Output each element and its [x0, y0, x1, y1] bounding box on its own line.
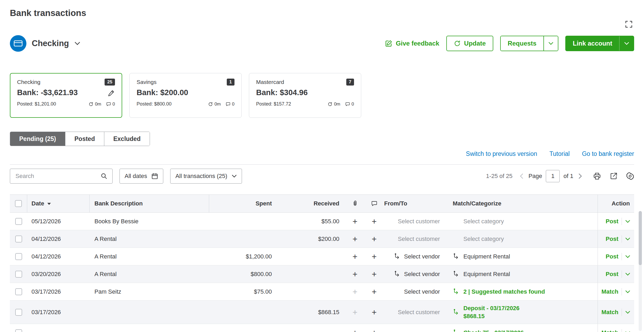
add-attachment-button[interactable]: + — [352, 270, 357, 278]
table-row[interactable]: 05/12/2026 Books By Bessie $55.00 + + Se… — [10, 213, 634, 230]
action-button[interactable]: Match — [601, 309, 618, 316]
attachments-column-header — [346, 195, 364, 212]
action-button[interactable]: Post — [606, 271, 618, 278]
date-filter-dropdown[interactable]: All dates — [120, 169, 163, 184]
link-account-button[interactable]: Link account — [566, 36, 619, 51]
action-button[interactable]: Post — [606, 218, 618, 225]
account-card-savings[interactable]: Savings 1 Bank: $200.00 Posted: $800.00 … — [129, 73, 242, 118]
action-dropdown[interactable] — [625, 237, 630, 241]
add-comment-button[interactable]: + — [372, 308, 377, 317]
bank-balance: Bank: $200.00 — [137, 88, 188, 97]
add-comment-button[interactable]: + — [372, 252, 377, 261]
from-to-cell[interactable]: Select vendor — [384, 248, 445, 265]
action-button[interactable]: Post — [606, 236, 618, 242]
requests-button[interactable]: Requests — [501, 36, 543, 51]
page-number-input[interactable] — [546, 170, 560, 182]
tab-pending[interactable]: Pending (25) — [10, 132, 65, 146]
action-dropdown[interactable] — [625, 331, 630, 332]
row-bank-description — [90, 324, 209, 332]
add-attachment-button[interactable]: + — [352, 235, 357, 243]
add-attachment-button[interactable]: + — [352, 308, 357, 317]
table-row[interactable]: 04/12/2026 A Rental $200.00 + + Select c… — [10, 230, 634, 248]
add-comment-button[interactable]: + — [372, 288, 377, 296]
table-row[interactable]: + + Check 75 - 03/17/2026 Match — [10, 324, 634, 332]
rule-icon — [453, 329, 460, 332]
row-spent — [209, 213, 278, 230]
go-to-bank-register-link[interactable]: Go to bank register — [582, 150, 634, 157]
row-checkbox[interactable] — [15, 309, 22, 316]
row-checkbox[interactable] — [15, 288, 22, 295]
add-comment-button[interactable]: + — [372, 329, 377, 332]
action-dropdown[interactable] — [625, 255, 630, 258]
add-comment-button[interactable]: + — [372, 217, 377, 226]
add-comment-button[interactable]: + — [372, 270, 377, 278]
match-categorize-cell[interactable]: Select category — [445, 213, 598, 230]
account-card-mastercard[interactable]: Mastercard 7 Bank: $304.96 Posted: $157.… — [249, 73, 361, 118]
table-row[interactable]: 03/17/2026 $868.15 + + Select customer D… — [10, 301, 634, 324]
print-icon[interactable] — [593, 172, 601, 180]
account-card-checking[interactable]: Checking 25 Bank: -$3,621.93 Posted: $1,… — [10, 73, 122, 118]
tab-excluded[interactable]: Excluded — [104, 132, 150, 146]
previous-page-button[interactable] — [518, 172, 525, 180]
select-all-checkbox[interactable] — [15, 200, 22, 207]
tutorial-link[interactable]: Tutorial — [550, 150, 570, 157]
export-icon[interactable] — [610, 172, 618, 180]
settings-gear-icon[interactable] — [626, 172, 634, 180]
add-comment-button[interactable]: + — [372, 235, 377, 243]
add-attachment-button[interactable]: + — [352, 329, 357, 332]
row-spent: $75.00 — [209, 283, 278, 300]
from-to-cell[interactable]: Select vendor — [384, 265, 445, 283]
vertical-scrollbar[interactable] — [639, 211, 642, 331]
from-to-cell[interactable] — [384, 324, 445, 332]
add-attachment-button[interactable]: + — [352, 217, 357, 226]
link-account-dropdown[interactable] — [619, 36, 634, 51]
date-column-header[interactable]: Date — [27, 195, 90, 212]
account-selector[interactable]: Checking — [10, 35, 80, 52]
row-checkbox[interactable] — [15, 236, 22, 242]
from-to-cell[interactable]: Select customer — [384, 213, 445, 230]
table-row[interactable]: 03/17/2026 Pam Seitz $75.00 + + Select v… — [10, 283, 634, 301]
match-categorize-cell[interactable]: Select category — [445, 230, 598, 248]
table-row[interactable]: 03/20/2026 A Rental $800.00 + + Select v… — [10, 265, 634, 283]
next-page-button[interactable] — [577, 172, 583, 180]
match-categorize-cell[interactable]: Deposit - 03/17/2026 $868.15 — [445, 301, 598, 324]
row-checkbox[interactable] — [15, 329, 22, 332]
scrollbar-thumb[interactable] — [639, 211, 642, 265]
requests-dropdown[interactable] — [543, 36, 558, 51]
search-input[interactable] — [15, 172, 101, 180]
add-attachment-button[interactable]: + — [352, 288, 357, 296]
paperclip-icon — [352, 200, 358, 207]
update-button[interactable]: Update — [446, 36, 493, 51]
switch-previous-version-link[interactable]: Switch to previous version — [466, 150, 537, 157]
page-total: of 1 — [563, 173, 573, 180]
give-feedback-link[interactable]: Give feedback — [385, 40, 439, 47]
row-checkbox[interactable] — [15, 218, 22, 225]
from-to-cell[interactable]: Select vendor — [384, 283, 445, 300]
action-dropdown[interactable] — [625, 220, 630, 223]
action-button[interactable]: Match — [601, 329, 618, 332]
match-categorize-cell[interactable]: Check 75 - 03/17/2026 — [445, 324, 598, 332]
action-button[interactable]: Post — [606, 253, 618, 260]
action-dropdown[interactable] — [625, 311, 630, 314]
match-categorize-cell[interactable]: Equipment Rental — [445, 265, 598, 283]
from-to-cell[interactable]: Select customer — [384, 230, 445, 248]
row-checkbox[interactable] — [15, 271, 22, 278]
transaction-type-filter-dropdown[interactable]: All transactions (25) — [170, 169, 242, 184]
add-attachment-button[interactable]: + — [352, 252, 357, 261]
match-categorize-value: Equipment Rental — [463, 253, 510, 261]
match-categorize-value: Check 75 - 03/17/2026 — [463, 329, 524, 332]
match-categorize-cell[interactable]: 2 | Suggested matches found — [445, 283, 598, 300]
edit-pencil-icon[interactable] — [108, 89, 115, 96]
account-cards: Checking 25 Bank: -$3,621.93 Posted: $1,… — [10, 73, 634, 118]
tab-posted[interactable]: Posted — [65, 132, 104, 146]
match-categorize-cell[interactable]: Equipment Rental — [445, 248, 598, 265]
action-button[interactable]: Match — [601, 288, 618, 295]
from-to-cell[interactable]: Select customer — [384, 301, 445, 324]
fullscreen-icon[interactable] — [625, 20, 633, 28]
row-date: 03/17/2026 — [27, 283, 90, 300]
action-dropdown[interactable] — [625, 290, 630, 293]
row-checkbox[interactable] — [15, 253, 22, 260]
table-row[interactable]: 04/12/2026 A Rental $1,200.00 + + Select… — [10, 248, 634, 265]
action-dropdown[interactable] — [625, 273, 630, 276]
row-spent — [209, 230, 278, 248]
